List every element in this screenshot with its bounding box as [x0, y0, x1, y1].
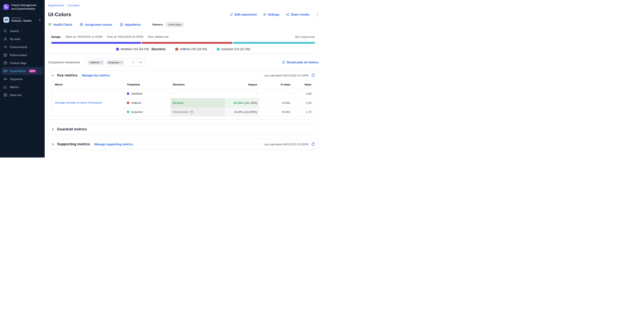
col-header-metric: Metric	[52, 83, 125, 86]
project-switcher[interactable]: W/ PROJECT Website / Mobile	[0, 14, 45, 25]
direction-label: Inconclusive	[173, 110, 188, 113]
clear-selection-icon[interactable]: ×	[132, 60, 135, 64]
breadcrumb-current[interactable]: UI-Colors	[68, 4, 80, 7]
ruler-icon	[3, 69, 8, 73]
guardrail-metrics-card: Guardrail metrics	[48, 124, 319, 135]
exposure-bar	[51, 42, 315, 44]
health-check-link[interactable]: Health Check	[48, 23, 72, 26]
col-header-p-value: P-value	[259, 83, 292, 86]
legend-item-redbrick: redbrick 235 (34.5%)	[175, 47, 207, 51]
sidebar-item-search[interactable]: Search	[0, 27, 45, 35]
sidebar-item-environments[interactable]: Environments	[0, 43, 45, 51]
chip-label: turquoise	[108, 61, 119, 64]
owner-chip[interactable]: Lena Sano	[166, 22, 184, 27]
bar-segment-turquoise	[233, 42, 315, 44]
svg-text:?: ?	[191, 111, 192, 113]
p-value-cell: -	[259, 89, 292, 98]
value-cell: 1.72	[292, 107, 315, 116]
expand-guardrail-icon[interactable]	[51, 128, 54, 131]
grid-icon	[3, 93, 8, 97]
owners-label: Owners:	[152, 23, 164, 26]
p-value-cell: <0.001	[259, 107, 292, 116]
metric-name-cell: Average Number of Items Purchased	[52, 89, 125, 116]
sidebar-item-label: Metrics	[10, 85, 19, 89]
gear-icon	[263, 13, 266, 16]
manage-key-metrics-link[interactable]: Manage key metrics	[82, 74, 110, 77]
sidebar-item-rollout-board[interactable]: Rollout board	[0, 51, 45, 59]
scope-title: Scope	[51, 35, 61, 38]
hexagons-icon	[3, 45, 8, 49]
legend-swatch-steelblue	[116, 48, 119, 50]
key-metrics-header: Key metrics Manage key metrics Last calc…	[51, 73, 315, 77]
app-root: Feature Management and Experimentation W…	[0, 0, 322, 157]
legend-swatch-turquoise	[217, 48, 220, 50]
assignment-source-link[interactable]: Assignment source	[80, 23, 112, 26]
impact-ci: (±12.05%)	[244, 110, 257, 113]
sidebar-item-feature-flags[interactable]: Feature flags	[0, 59, 45, 67]
table-row-redbrick: redbrick Desired 20.25% (±11.25%) <0.001…	[125, 98, 315, 107]
legend-item-turquoise: turquoise 213 (31.3%)	[217, 47, 250, 51]
chip-turquoise: turquoise ×	[106, 60, 124, 65]
health-check-label: Health Check	[53, 23, 72, 26]
last-calculated-text: Last calculated 04/22/2025 01:30PM	[264, 74, 308, 77]
refresh-supporting-metrics-icon[interactable]	[311, 142, 315, 146]
sidebar-item-data-hub[interactable]: Data hub	[0, 91, 45, 99]
help-question-icon[interactable]: ?	[190, 110, 193, 113]
main-content: Experiments / UI-Colors UI-Colors Edit e…	[45, 0, 322, 157]
recalculate-all-metrics-button[interactable]: Recalculate all metrics	[282, 61, 319, 64]
key-metrics-table: Metric Treatment Direction Impact P-valu…	[51, 80, 315, 116]
treatment-swatch	[127, 102, 129, 104]
more-actions-button[interactable]	[316, 13, 319, 16]
product-title: Feature Management and Experimentation	[11, 3, 36, 10]
comparison-label: Comparison treatments	[48, 61, 80, 64]
experiment-meta-row: Health Check Assignment source Hypothesi…	[48, 22, 319, 27]
impact-ci: (±11.25%)	[244, 101, 257, 104]
expand-supporting-icon[interactable]	[51, 143, 54, 146]
metric-group-row: Average Number of Items Purchased steelb…	[52, 89, 315, 116]
breadcrumb: Experiments / UI-Colors	[48, 4, 319, 7]
hypothesis-link[interactable]: Hypothesis	[120, 23, 141, 26]
col-header-treatment: Treatment	[125, 83, 171, 86]
share-results-button[interactable]: Share results	[286, 13, 309, 16]
assignment-source-label: Assignment source	[85, 23, 112, 26]
sidebar-item-experiments[interactable]: Experiments NEW	[2, 67, 43, 75]
remove-turquoise-icon[interactable]: ×	[120, 61, 122, 64]
last-calculated-text: Last calculated 04/22/2025 01:30PM	[264, 143, 308, 146]
treatment-name: turquoise	[131, 110, 143, 113]
sidebar-item-label: Environments	[10, 45, 28, 49]
key-metrics-card: Key metrics Manage key metrics Last calc…	[48, 70, 319, 120]
scope-starts-at: Starts at: 04/20/2025 11:45AM	[65, 35, 102, 38]
chevron-down-icon[interactable]	[138, 61, 143, 64]
settings-label: Settings	[268, 13, 280, 16]
manage-supporting-metrics-link[interactable]: Manage supporting metrics	[94, 143, 133, 146]
page-header: UI-Colors Edit experiment Settings Share…	[48, 11, 319, 17]
col-header-value: Value	[292, 83, 315, 86]
sidebar-item-segments[interactable]: Segments	[0, 75, 45, 83]
sidebar-item-label: Data hub	[10, 93, 22, 97]
page-title: UI-Colors	[48, 11, 71, 17]
refresh-key-metrics-icon[interactable]	[311, 73, 315, 77]
collapse-key-metrics-icon[interactable]	[51, 74, 54, 77]
bar-segment-steelblue	[51, 42, 141, 44]
product-home-link[interactable]: Feature Management and Experimentation	[0, 0, 45, 14]
metric-name-link[interactable]: Average Number of Items Purchased	[55, 101, 102, 104]
treatment-name: steelblue	[131, 92, 142, 95]
sidebar-item-my-work[interactable]: My work	[0, 35, 45, 43]
remove-redbrick-icon[interactable]: ×	[101, 61, 102, 64]
value-cell: 1.83	[292, 89, 315, 98]
treatment-cell: redbrick	[125, 98, 171, 107]
treatments-multiselect[interactable]: redbrick × turquoise × ×	[86, 58, 145, 66]
edit-experiment-button[interactable]: Edit experiment	[230, 13, 257, 16]
legend-label: redbrick 235 (34.5%)	[180, 47, 207, 51]
legend-item-steelblue: steelblue 233 (34.2%) (Baseline)	[116, 47, 166, 51]
settings-button[interactable]: Settings	[263, 13, 280, 16]
user-icon	[3, 37, 8, 41]
sidebar-item-metrics[interactable]: Metrics	[0, 83, 45, 91]
direction-cell: -	[171, 89, 225, 98]
breadcrumb-experiments[interactable]: Experiments	[48, 4, 64, 7]
sidebar-item-label: Search	[10, 29, 19, 33]
share-icon	[286, 13, 289, 16]
impact-cell: -6.10% (±12.05%)	[225, 107, 259, 116]
board-icon	[3, 53, 8, 57]
treatment-cell: steelblue	[125, 89, 171, 98]
